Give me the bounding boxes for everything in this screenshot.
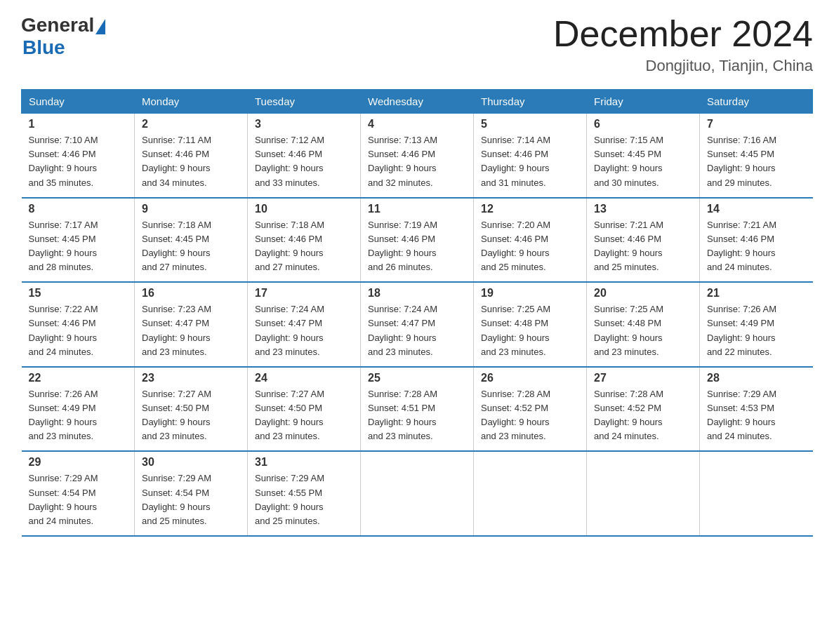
- day-info: Sunrise: 7:14 AMSunset: 4:46 PMDaylight:…: [481, 133, 579, 190]
- calendar-cell: 20 Sunrise: 7:25 AMSunset: 4:48 PMDaylig…: [587, 282, 700, 367]
- day-info: Sunrise: 7:29 AMSunset: 4:55 PMDaylight:…: [255, 471, 353, 528]
- calendar-cell: 16 Sunrise: 7:23 AMSunset: 4:47 PMDaylig…: [135, 282, 248, 367]
- day-info: Sunrise: 7:12 AMSunset: 4:46 PMDaylight:…: [255, 133, 353, 190]
- calendar-cell: [474, 451, 587, 536]
- day-info: Sunrise: 7:22 AMSunset: 4:46 PMDaylight:…: [29, 302, 128, 359]
- calendar-cell: 18 Sunrise: 7:24 AMSunset: 4:47 PMDaylig…: [361, 282, 474, 367]
- day-info: Sunrise: 7:25 AMSunset: 4:48 PMDaylight:…: [481, 302, 579, 359]
- day-number: 5: [481, 118, 579, 130]
- calendar-cell: 31 Sunrise: 7:29 AMSunset: 4:55 PMDaylig…: [248, 451, 361, 536]
- day-info: Sunrise: 7:21 AMSunset: 4:46 PMDaylight:…: [594, 218, 692, 275]
- day-info: Sunrise: 7:27 AMSunset: 4:50 PMDaylight:…: [255, 387, 353, 444]
- day-info: Sunrise: 7:18 AMSunset: 4:45 PMDaylight:…: [142, 218, 240, 275]
- day-number: 8: [29, 203, 128, 215]
- title-area: December 2024 Dongjituo, Tianjin, China: [553, 14, 813, 75]
- day-number: 18: [368, 287, 466, 300]
- calendar-cell: 14 Sunrise: 7:21 AMSunset: 4:46 PMDaylig…: [700, 198, 813, 283]
- calendar-week-row: 1 Sunrise: 7:10 AMSunset: 4:46 PMDayligh…: [22, 114, 813, 198]
- day-number: 3: [255, 118, 353, 130]
- calendar-cell: 29 Sunrise: 7:29 AMSunset: 4:54 PMDaylig…: [22, 451, 135, 536]
- calendar-cell: 4 Sunrise: 7:13 AMSunset: 4:46 PMDayligh…: [361, 114, 474, 198]
- day-info: Sunrise: 7:27 AMSunset: 4:50 PMDaylight:…: [142, 387, 240, 444]
- day-number: 31: [255, 456, 353, 469]
- calendar-cell: 30 Sunrise: 7:29 AMSunset: 4:54 PMDaylig…: [135, 451, 248, 536]
- weekday-header-sunday: Sunday: [22, 90, 135, 114]
- calendar-cell: 5 Sunrise: 7:14 AMSunset: 4:46 PMDayligh…: [474, 114, 587, 198]
- calendar-cell: 6 Sunrise: 7:15 AMSunset: 4:45 PMDayligh…: [587, 114, 700, 198]
- calendar-cell: 22 Sunrise: 7:26 AMSunset: 4:49 PMDaylig…: [22, 367, 135, 452]
- day-number: 14: [707, 203, 806, 215]
- day-number: 23: [142, 372, 240, 384]
- weekday-header-tuesday: Tuesday: [248, 90, 361, 114]
- calendar-cell: 8 Sunrise: 7:17 AMSunset: 4:45 PMDayligh…: [22, 198, 135, 283]
- day-number: 13: [594, 203, 692, 215]
- calendar-cell: 3 Sunrise: 7:12 AMSunset: 4:46 PMDayligh…: [248, 114, 361, 198]
- calendar-table: SundayMondayTuesdayWednesdayThursdayFrid…: [21, 89, 813, 537]
- day-number: 29: [29, 456, 128, 469]
- day-info: Sunrise: 7:28 AMSunset: 4:52 PMDaylight:…: [594, 387, 692, 444]
- calendar-cell: 7 Sunrise: 7:16 AMSunset: 4:45 PMDayligh…: [700, 114, 813, 198]
- day-info: Sunrise: 7:24 AMSunset: 4:47 PMDaylight:…: [255, 302, 353, 359]
- day-info: Sunrise: 7:29 AMSunset: 4:53 PMDaylight:…: [707, 387, 806, 444]
- calendar-week-row: 15 Sunrise: 7:22 AMSunset: 4:46 PMDaylig…: [22, 282, 813, 367]
- weekday-header-row: SundayMondayTuesdayWednesdayThursdayFrid…: [22, 90, 813, 114]
- day-info: Sunrise: 7:10 AMSunset: 4:46 PMDaylight:…: [29, 133, 128, 190]
- day-number: 1: [29, 118, 128, 130]
- page-header: General Blue December 2024 Dongjituo, Ti…: [21, 14, 813, 75]
- calendar-week-row: 22 Sunrise: 7:26 AMSunset: 4:49 PMDaylig…: [22, 367, 813, 452]
- day-number: 9: [142, 203, 240, 215]
- day-number: 22: [29, 372, 128, 384]
- day-number: 10: [255, 203, 353, 215]
- calendar-cell: 1 Sunrise: 7:10 AMSunset: 4:46 PMDayligh…: [22, 114, 135, 198]
- day-number: 7: [707, 118, 806, 130]
- day-info: Sunrise: 7:23 AMSunset: 4:47 PMDaylight:…: [142, 302, 240, 359]
- calendar-cell: 24 Sunrise: 7:27 AMSunset: 4:50 PMDaylig…: [248, 367, 361, 452]
- day-number: 6: [594, 118, 692, 130]
- calendar-cell: 28 Sunrise: 7:29 AMSunset: 4:53 PMDaylig…: [700, 367, 813, 452]
- day-number: 17: [255, 287, 353, 300]
- logo-general-text: General: [21, 14, 94, 36]
- day-info: Sunrise: 7:29 AMSunset: 4:54 PMDaylight:…: [142, 471, 240, 528]
- day-info: Sunrise: 7:16 AMSunset: 4:45 PMDaylight:…: [707, 133, 806, 190]
- calendar-cell: 26 Sunrise: 7:28 AMSunset: 4:52 PMDaylig…: [474, 367, 587, 452]
- day-info: Sunrise: 7:13 AMSunset: 4:46 PMDaylight:…: [368, 133, 466, 190]
- day-info: Sunrise: 7:28 AMSunset: 4:51 PMDaylight:…: [368, 387, 466, 444]
- calendar-cell: 11 Sunrise: 7:19 AMSunset: 4:46 PMDaylig…: [361, 198, 474, 283]
- calendar-week-row: 29 Sunrise: 7:29 AMSunset: 4:54 PMDaylig…: [22, 451, 813, 536]
- day-info: Sunrise: 7:25 AMSunset: 4:48 PMDaylight:…: [594, 302, 692, 359]
- calendar-cell: [700, 451, 813, 536]
- month-title: December 2024: [553, 14, 813, 54]
- calendar-cell: 15 Sunrise: 7:22 AMSunset: 4:46 PMDaylig…: [22, 282, 135, 367]
- calendar-cell: 19 Sunrise: 7:25 AMSunset: 4:48 PMDaylig…: [474, 282, 587, 367]
- weekday-header-friday: Friday: [587, 90, 700, 114]
- day-info: Sunrise: 7:26 AMSunset: 4:49 PMDaylight:…: [29, 387, 128, 444]
- day-number: 2: [142, 118, 240, 130]
- logo: General Blue: [21, 14, 105, 59]
- logo-triangle-icon: [95, 19, 105, 34]
- day-number: 15: [29, 287, 128, 300]
- calendar-cell: [361, 451, 474, 536]
- calendar-cell: 13 Sunrise: 7:21 AMSunset: 4:46 PMDaylig…: [587, 198, 700, 283]
- calendar-cell: 23 Sunrise: 7:27 AMSunset: 4:50 PMDaylig…: [135, 367, 248, 452]
- day-number: 12: [481, 203, 579, 215]
- day-number: 16: [142, 287, 240, 300]
- day-info: Sunrise: 7:20 AMSunset: 4:46 PMDaylight:…: [481, 218, 579, 275]
- day-number: 26: [481, 372, 579, 384]
- calendar-cell: 25 Sunrise: 7:28 AMSunset: 4:51 PMDaylig…: [361, 367, 474, 452]
- calendar-cell: 17 Sunrise: 7:24 AMSunset: 4:47 PMDaylig…: [248, 282, 361, 367]
- calendar-week-row: 8 Sunrise: 7:17 AMSunset: 4:45 PMDayligh…: [22, 198, 813, 283]
- day-info: Sunrise: 7:17 AMSunset: 4:45 PMDaylight:…: [29, 218, 128, 275]
- day-number: 30: [142, 456, 240, 469]
- calendar-cell: 27 Sunrise: 7:28 AMSunset: 4:52 PMDaylig…: [587, 367, 700, 452]
- day-number: 24: [255, 372, 353, 384]
- day-info: Sunrise: 7:19 AMSunset: 4:46 PMDaylight:…: [368, 218, 466, 275]
- day-number: 28: [707, 372, 806, 384]
- calendar-cell: 2 Sunrise: 7:11 AMSunset: 4:46 PMDayligh…: [135, 114, 248, 198]
- day-info: Sunrise: 7:15 AMSunset: 4:45 PMDaylight:…: [594, 133, 692, 190]
- day-number: 11: [368, 203, 466, 215]
- day-number: 25: [368, 372, 466, 384]
- weekday-header-thursday: Thursday: [474, 90, 587, 114]
- weekday-header-saturday: Saturday: [700, 90, 813, 114]
- calendar-cell: 9 Sunrise: 7:18 AMSunset: 4:45 PMDayligh…: [135, 198, 248, 283]
- day-info: Sunrise: 7:26 AMSunset: 4:49 PMDaylight:…: [707, 302, 806, 359]
